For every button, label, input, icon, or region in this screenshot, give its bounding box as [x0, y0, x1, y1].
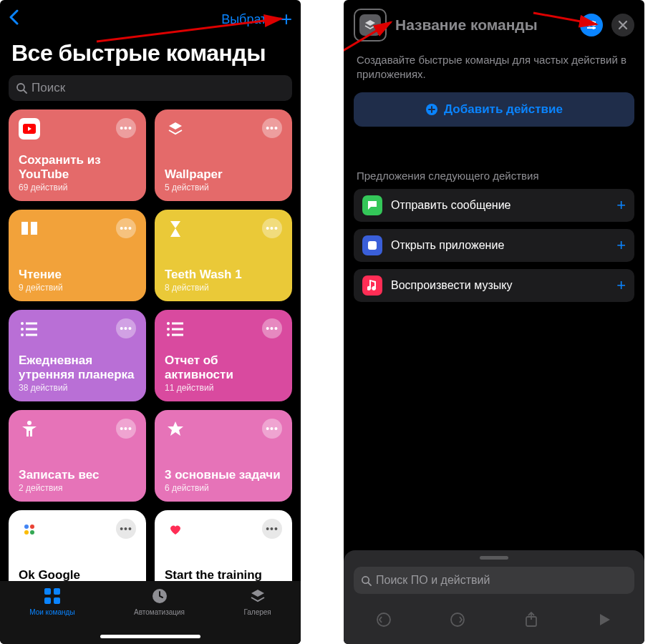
- shortcut-name-input[interactable]: Название команды: [395, 16, 571, 34]
- shortcut-card[interactable]: •••Записать вес2 действия: [9, 410, 146, 502]
- card-title: Teeth Wash 1: [165, 268, 282, 282]
- drawer-grabber[interactable]: [480, 556, 508, 560]
- svg-rect-23: [54, 597, 60, 604]
- card-more-button[interactable]: •••: [262, 419, 282, 439]
- card-title: 3 основные задачи: [165, 468, 282, 482]
- shortcut-card[interactable]: •••Отчет об активности11 действий: [155, 310, 292, 401]
- toolbar-row: [344, 601, 644, 644]
- card-more-button[interactable]: •••: [262, 519, 282, 539]
- card-icon: [19, 218, 40, 240]
- add-action-label: Добавить действие: [444, 102, 563, 117]
- search-icon: [16, 82, 27, 94]
- redo-button[interactable]: [442, 607, 473, 633]
- card-more-button[interactable]: •••: [116, 118, 136, 138]
- card-more-button[interactable]: •••: [116, 318, 136, 338]
- back-chevron-icon[interactable]: [9, 9, 19, 29]
- svg-point-29: [588, 24, 591, 26]
- card-subtitle: 38 действий: [19, 383, 136, 393]
- page-title: Все быстрые команды: [0, 34, 301, 75]
- svg-point-5: [21, 328, 24, 331]
- svg-point-27: [591, 21, 594, 24]
- card-icon: [19, 118, 40, 140]
- shortcut-card[interactable]: •••Чтение9 действий: [9, 210, 146, 301]
- nav-bar: Выбрать +: [0, 4, 301, 34]
- actions-search-input[interactable]: Поиск ПО и действий: [354, 567, 634, 594]
- card-title: Start the training: [165, 568, 282, 581]
- card-title: Записать вес: [19, 468, 136, 482]
- card-more-button[interactable]: •••: [262, 118, 282, 138]
- stack-icon: [364, 19, 377, 31]
- add-action-button[interactable]: Добавить действие: [354, 92, 634, 127]
- svg-rect-12: [172, 328, 183, 331]
- search-input[interactable]: Поиск: [9, 75, 292, 101]
- card-more-button[interactable]: •••: [116, 419, 136, 439]
- svg-rect-8: [26, 334, 37, 336]
- svg-rect-14: [172, 334, 183, 336]
- card-icon: [165, 218, 186, 240]
- card-subtitle: 2 действия: [19, 483, 136, 493]
- add-suggestion-button[interactable]: +: [616, 196, 626, 215]
- helper-text: Создавайте быстрые команды для частых де…: [344, 49, 644, 92]
- svg-point-7: [21, 333, 24, 336]
- card-icon: [165, 118, 186, 140]
- card-more-button[interactable]: •••: [116, 519, 136, 539]
- card-icon: [165, 318, 186, 340]
- add-shortcut-button[interactable]: +: [281, 13, 292, 26]
- tab-label: Мои команды: [29, 608, 74, 616]
- add-suggestion-button[interactable]: +: [616, 276, 626, 295]
- tab-gallery[interactable]: Галерея: [243, 587, 271, 616]
- svg-point-13: [167, 333, 170, 336]
- shortcut-card[interactable]: •••Teeth Wash 18 действий: [155, 210, 292, 301]
- suggestion-row[interactable]: Отправить сообщение+: [354, 189, 634, 222]
- sliders-icon: [586, 19, 597, 31]
- add-suggestion-button[interactable]: +: [616, 236, 626, 255]
- svg-point-11: [167, 328, 170, 331]
- card-subtitle: 5 действий: [165, 182, 282, 192]
- card-title: Отчет об активности: [165, 353, 282, 381]
- grid-icon: [43, 587, 62, 605]
- svg-point-18: [24, 530, 29, 535]
- search-placeholder: Поиск: [32, 81, 65, 95]
- svg-rect-20: [44, 588, 51, 595]
- home-indicator[interactable]: [100, 635, 200, 638]
- card-icon: [165, 419, 186, 440]
- shortcut-card[interactable]: •••3 основные задачи6 действий: [155, 410, 292, 502]
- shortcut-card[interactable]: •••Ежедневная утренняя планерка38 действ…: [9, 310, 146, 401]
- suggestion-icon: [362, 275, 382, 296]
- card-more-button[interactable]: •••: [262, 318, 282, 338]
- card-title: Чтение: [19, 268, 136, 282]
- settings-button[interactable]: [580, 14, 603, 36]
- plus-circle-icon: [425, 103, 438, 116]
- shortcuts-grid: •••Сохранить из YouTube69 действий•••Wal…: [0, 109, 301, 580]
- svg-point-17: [30, 525, 34, 529]
- svg-rect-22: [44, 597, 51, 604]
- card-more-button[interactable]: •••: [262, 218, 282, 238]
- shortcut-card[interactable]: •••Сохранить из YouTube69 действий: [9, 109, 146, 201]
- tab-label: Галерея: [243, 608, 271, 616]
- close-icon: [618, 20, 628, 30]
- tab-automation[interactable]: Автоматизация: [134, 587, 185, 616]
- shortcut-icon-picker[interactable]: [354, 9, 387, 42]
- run-button[interactable]: [589, 607, 621, 633]
- svg-rect-10: [172, 323, 183, 325]
- svg-point-15: [27, 421, 32, 425]
- shortcut-card[interactable]: •••Wallpaper5 действий: [155, 109, 292, 201]
- card-more-button[interactable]: •••: [116, 218, 136, 238]
- suggestion-icon: [362, 195, 382, 215]
- undo-button[interactable]: [368, 607, 400, 633]
- select-button[interactable]: Выбрать: [221, 12, 274, 27]
- tab-label: Автоматизация: [134, 608, 185, 616]
- suggestion-row[interactable]: Воспроизвести музыку+: [354, 269, 634, 302]
- suggestion-row[interactable]: Открыть приложение+: [354, 229, 634, 262]
- svg-rect-33: [368, 241, 377, 250]
- close-button[interactable]: [611, 14, 634, 36]
- tab-my-shortcuts[interactable]: Мои команды: [29, 587, 74, 616]
- svg-rect-21: [54, 588, 60, 595]
- shortcut-card[interactable]: •••Ok GoogleHey Google: [9, 510, 146, 580]
- suggestions-header: Предложения следующего действия: [344, 127, 644, 189]
- shortcuts-library-screen: Выбрать + Все быстрые команды Поиск •••С…: [0, 0, 301, 644]
- card-subtitle: 69 действий: [19, 182, 136, 192]
- share-button[interactable]: [516, 607, 547, 633]
- actions-drawer[interactable]: Поиск ПО и действий: [344, 550, 644, 644]
- shortcut-card[interactable]: •••Start the trainingТренировки: [155, 510, 292, 580]
